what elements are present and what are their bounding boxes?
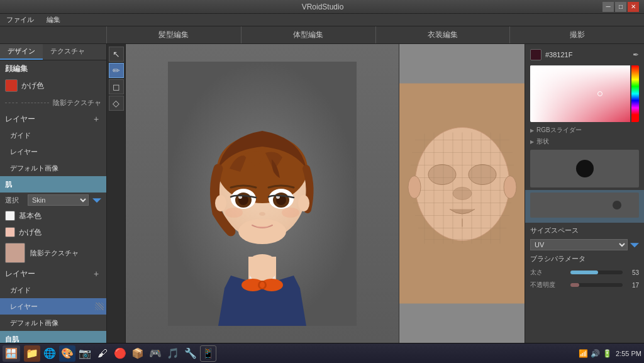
face-shadow-color-swatch[interactable] <box>5 79 18 92</box>
menu-file[interactable]: ファイル <box>4 14 36 26</box>
close-button[interactable]: ✕ <box>628 2 639 12</box>
thickness-fill <box>570 271 598 274</box>
skin-shadow-color-swatch[interactable] <box>5 227 15 237</box>
taskbar-app-7[interactable]: 📦 <box>130 345 146 362</box>
cursor-tool-button[interactable]: ↖ <box>109 47 124 62</box>
start-button[interactable]: 🪟 <box>3 345 20 362</box>
color-hex-swatch[interactable] <box>530 49 541 60</box>
skin-section-label: 肌 <box>5 180 12 189</box>
eyedropper-icon[interactable]: ✒ <box>633 50 639 59</box>
minimize-button[interactable]: ─ <box>602 2 614 12</box>
color-hue-bar[interactable] <box>631 65 639 122</box>
svg-rect-2 <box>248 257 276 282</box>
skin-layer-row-selected[interactable]: レイヤー <box>0 298 106 315</box>
skin-select-dropdown[interactable]: Skin <box>28 194 89 206</box>
viewport-background <box>126 44 399 343</box>
volume-icon: 🔊 <box>591 349 600 358</box>
left-sidebar: デザイン テクスチャ 顔編集 かげ色 陰影テクスチャ レイヤー + ガイド レイ… <box>0 44 107 343</box>
maximize-button[interactable]: □ <box>615 2 626 12</box>
center-area: ↖ ✏ ◻ ◇ <box>107 44 525 343</box>
eraser-tool-button[interactable]: ◻ <box>109 79 124 94</box>
brush-shape-preview[interactable] <box>530 150 639 187</box>
opacity-slider-row: 不透明度 17 <box>525 279 644 291</box>
right-panel: #38121F ✒ RGBスライダー 形状 サイズスペース <box>525 44 644 343</box>
tab-body[interactable]: 体型編集 <box>242 26 376 43</box>
sub-tab-texture[interactable]: テクスチャ <box>43 44 92 60</box>
texture-viewport[interactable] <box>399 44 525 343</box>
thickness-track[interactable] <box>570 271 623 274</box>
taskbar-right: 📶 🔊 🔋 2:55 PM <box>579 349 641 358</box>
thickness-slider-row: 太さ 53 <box>525 267 644 278</box>
taskbar-app-5[interactable]: 🖌 <box>94 345 111 362</box>
texture-svg <box>399 44 525 343</box>
brush-params-label: ブラシパラメータ <box>525 252 644 265</box>
sub-tab-design[interactable]: デザイン <box>0 44 43 60</box>
size-space-dropdown-arrow[interactable] <box>630 240 639 249</box>
face-texture-label: 陰影テクスチャ <box>53 98 101 108</box>
texture-dash-right <box>21 103 49 103</box>
skin-texture-row[interactable]: 陰影テクスチャ <box>0 240 106 265</box>
skin-shadow-color-label: かげ色 <box>19 227 42 238</box>
main-tab-bar: 髪型編集 体型編集 衣装編集 撮影 <box>0 26 644 44</box>
skin-texture-thumb[interactable] <box>5 243 25 263</box>
taskbar-app-1[interactable]: 📁 <box>24 345 40 362</box>
size-space-dropdown[interactable]: UV <box>530 239 628 250</box>
color-gradient <box>530 65 630 122</box>
default-image-row-1[interactable]: デフォルト画像 <box>0 160 106 176</box>
taskbar-app-6[interactable]: 🔴 <box>112 345 128 362</box>
add-layer-button[interactable]: + <box>91 114 101 124</box>
taskbar-app-4[interactable]: 📷 <box>77 345 93 362</box>
skin-select-arrow[interactable] <box>92 196 101 204</box>
brush-tool-button[interactable]: ✏ <box>109 63 124 78</box>
guide-row-1[interactable]: ガイド <box>0 127 106 143</box>
tab-costume[interactable]: 衣装編集 <box>376 26 511 43</box>
taskbar-app-3[interactable]: 🎨 <box>59 345 75 362</box>
layer-row-1[interactable]: レイヤー <box>0 143 106 160</box>
section-header-face: 顔編集 <box>0 60 106 77</box>
svg-point-22 <box>225 208 243 218</box>
fill-tool-button[interactable]: ◇ <box>109 96 124 111</box>
layer-pattern-icon <box>95 303 104 310</box>
taskbar-left: 🪟 📁 🌐 🎨 📷 🖌 🔴 📦 🎮 🎵 🔧 📱 <box>3 345 216 362</box>
face-shadow-color-row[interactable]: かげ色 <box>0 77 106 94</box>
taskbar-app-10[interactable]: 🔧 <box>182 345 199 362</box>
face-texture-row[interactable]: 陰影テクスチャ <box>0 94 106 111</box>
tab-hair[interactable]: 髪型編集 <box>107 26 242 43</box>
face-section-label: 顔編集 <box>5 64 28 74</box>
window-title: VRoidStudio <box>43 3 602 11</box>
skin-shadow-color-row[interactable]: かげ色 <box>0 224 106 240</box>
add-skin-layer-button[interactable]: + <box>91 269 101 279</box>
3d-viewport[interactable] <box>126 44 399 343</box>
skin-base-color-swatch[interactable] <box>5 211 15 221</box>
skin-default-image-row[interactable]: デフォルト画像 <box>0 315 106 331</box>
layer-icons <box>95 303 104 310</box>
tab-spacer <box>0 26 107 43</box>
window-controls[interactable]: ─ □ ✕ <box>602 2 639 12</box>
taskbar-app-11[interactable]: 📱 <box>200 345 216 362</box>
color-hex-row: #38121F ✒ <box>525 47 644 63</box>
shape-section-label: 形状 <box>525 136 644 147</box>
skin-default-image-label: デフォルト画像 <box>5 318 58 328</box>
menu-edit[interactable]: 編集 <box>44 14 63 26</box>
taskbar-app-2[interactable]: 🌐 <box>42 345 58 362</box>
taskbar-app-9[interactable]: 🎵 <box>165 345 181 362</box>
size-space-row: UV <box>525 237 644 252</box>
layer-label-1: レイヤー <box>5 147 38 157</box>
skin-guide-label: ガイド <box>5 286 31 295</box>
section-header-skin: 肌 <box>0 176 106 193</box>
tab-photo[interactable]: 撮影 <box>510 26 644 43</box>
brush-slider-area <box>525 190 644 223</box>
taskbar-app-8[interactable]: 🎮 <box>147 345 164 362</box>
color-cursor[interactable] <box>597 91 602 96</box>
thickness-label: 太さ <box>530 268 568 277</box>
taskbar-time: 2:55 PM <box>616 350 641 357</box>
menu-bar: ファイル 編集 <box>0 14 644 26</box>
opacity-slider-visual <box>530 193 639 218</box>
sub-tab-bar: デザイン テクスチャ <box>0 44 106 60</box>
skin-layer-label: レイヤー <box>5 269 87 279</box>
skin-base-color-row[interactable]: 基本色 <box>0 208 106 224</box>
texture-dash-left <box>5 103 18 103</box>
color-picker-area[interactable] <box>530 65 639 122</box>
skin-guide-row[interactable]: ガイド <box>0 282 106 298</box>
opacity-track[interactable] <box>570 283 623 287</box>
